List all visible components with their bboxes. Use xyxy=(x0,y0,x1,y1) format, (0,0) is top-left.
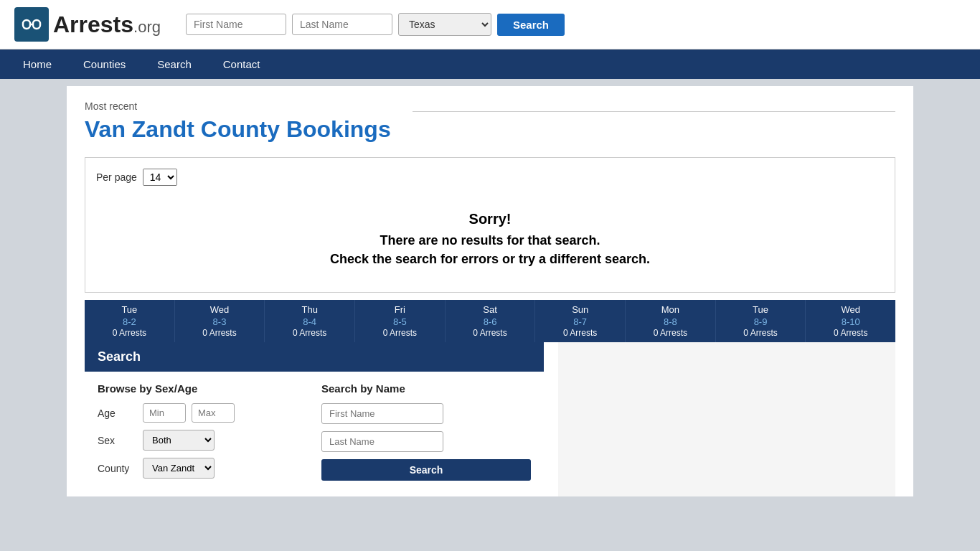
hero-section: Most recent Van Zandt County Bookings xyxy=(67,86,913,150)
county-title: Van Zandt County Bookings xyxy=(85,116,391,143)
date-cell[interactable]: Sat 8-6 0 Arrests xyxy=(446,300,536,342)
county-select[interactable]: Van Zandt xyxy=(143,458,215,479)
search-last-name-input[interactable] xyxy=(321,431,443,452)
date-day-label: Thu xyxy=(301,304,317,315)
date-arrests: 0 Arrests xyxy=(743,328,777,338)
date-link[interactable]: 8-4 xyxy=(268,316,352,327)
hero-bar xyxy=(413,100,895,143)
logo[interactable]: Arrests.org xyxy=(14,7,161,42)
per-page-label: Per page xyxy=(96,171,137,183)
header-first-name-input[interactable] xyxy=(186,14,286,35)
date-arrests: 0 Arrests xyxy=(383,328,417,338)
header-search-form: Texas Search xyxy=(186,13,565,36)
nav-contact[interactable]: Contact xyxy=(207,50,276,79)
svg-rect-1 xyxy=(33,20,40,29)
header-search-button[interactable]: Search xyxy=(497,14,565,36)
age-max-input[interactable] xyxy=(192,403,235,423)
svg-rect-0 xyxy=(23,20,30,29)
date-link[interactable]: 8-5 xyxy=(358,316,442,327)
date-link[interactable]: 8-2 xyxy=(88,316,171,327)
browse-title: Browse by Sex/Age xyxy=(98,382,307,395)
age-row: Age xyxy=(98,403,307,423)
date-arrests: 0 Arrests xyxy=(834,328,867,338)
date-cell[interactable]: Fri 8-5 0 Arrests xyxy=(355,300,446,342)
most-recent-label: Most recent xyxy=(85,100,391,112)
main-content: Most recent Van Zandt County Bookings Pe… xyxy=(67,86,913,496)
date-day-label: Wed xyxy=(841,304,860,315)
per-page-row: Per page 14 xyxy=(96,169,884,186)
logo-text: Arrests.org xyxy=(53,11,161,38)
date-cell[interactable]: Wed 8-10 0 Arrests xyxy=(806,300,895,342)
date-cell[interactable]: Wed 8-3 0 Arrests xyxy=(175,300,265,342)
date-arrests: 0 Arrests xyxy=(202,328,236,338)
header-state-select[interactable]: Texas xyxy=(398,13,491,36)
date-cell[interactable]: Mon 8-8 0 Arrests xyxy=(626,300,716,342)
search-first-name-input[interactable] xyxy=(321,403,443,424)
date-link[interactable]: 8-10 xyxy=(809,316,892,327)
hero-text: Most recent Van Zandt County Bookings xyxy=(85,100,391,143)
county-row: County Van Zandt xyxy=(98,458,307,479)
results-area: Per page 14 Sorry! There are no results … xyxy=(85,157,895,293)
nav-search[interactable]: Search xyxy=(141,50,207,79)
age-label: Age xyxy=(98,408,137,419)
date-arrests: 0 Arrests xyxy=(293,328,326,338)
sex-row: Sex Both Male Female xyxy=(98,430,307,451)
date-arrests: 0 Arrests xyxy=(563,328,597,338)
date-cell[interactable]: Sun 8-7 0 Arrests xyxy=(535,300,626,342)
header-last-name-input[interactable] xyxy=(292,14,392,35)
browse-section: Browse by Sex/Age Age Sex Both Male Fema… xyxy=(98,382,307,486)
date-link[interactable]: 8-7 xyxy=(538,316,622,327)
sorry-line2: There are no results for that search. xyxy=(110,233,870,248)
nav-home[interactable]: Home xyxy=(7,50,67,79)
search-panel-body: Browse by Sex/Age Age Sex Both Male Fema… xyxy=(85,372,544,496)
no-results-message: Sorry! There are no results for that sea… xyxy=(96,197,884,281)
county-label: County xyxy=(98,463,137,474)
sorry-line1: Sorry! xyxy=(110,211,870,227)
date-day-label: Tue xyxy=(121,304,137,315)
date-day-label: Sun xyxy=(572,304,588,315)
sorry-line3: Check the search for errors or try a dif… xyxy=(110,252,870,267)
logo-icon xyxy=(14,7,49,42)
date-arrests: 0 Arrests xyxy=(473,328,507,338)
date-arrests: 0 Arrests xyxy=(654,328,687,338)
age-min-input[interactable] xyxy=(143,403,186,423)
date-link[interactable]: 8-8 xyxy=(628,316,712,327)
date-link[interactable]: 8-3 xyxy=(178,316,262,327)
nav-counties[interactable]: Counties xyxy=(67,50,141,79)
date-link[interactable]: 8-9 xyxy=(719,316,803,327)
date-day-label: Sat xyxy=(483,304,497,315)
date-day-label: Fri xyxy=(395,304,405,315)
name-search-title: Search by Name xyxy=(321,382,531,395)
bottom-section: Search Browse by Sex/Age Age Sex Both Ma… xyxy=(85,342,895,496)
date-day-label: Wed xyxy=(210,304,230,315)
search-panel: Search Browse by Sex/Age Age Sex Both Ma… xyxy=(85,342,544,496)
main-nav: Home Counties Search Contact xyxy=(0,50,980,79)
date-cell[interactable]: Tue 8-2 0 Arrests xyxy=(85,300,175,342)
sex-label: Sex xyxy=(98,435,137,446)
sex-select[interactable]: Both Male Female xyxy=(143,430,215,451)
date-link[interactable]: 8-6 xyxy=(448,316,532,327)
search-submit-button[interactable]: Search xyxy=(321,459,531,481)
date-bar: Tue 8-2 0 Arrests Wed 8-3 0 Arrests Thu … xyxy=(85,300,895,342)
date-arrests: 0 Arrests xyxy=(113,328,146,338)
date-day-label: Tue xyxy=(753,304,768,315)
site-header: Arrests.org Texas Search xyxy=(0,0,980,50)
date-day-label: Mon xyxy=(661,304,679,315)
date-cell[interactable]: Thu 8-4 0 Arrests xyxy=(265,300,355,342)
search-panel-header: Search xyxy=(85,342,544,372)
per-page-select[interactable]: 14 xyxy=(143,169,177,186)
name-section: Search by Name Search xyxy=(321,382,531,486)
ad-panel xyxy=(558,342,895,496)
date-cell[interactable]: Tue 8-9 0 Arrests xyxy=(716,300,806,342)
